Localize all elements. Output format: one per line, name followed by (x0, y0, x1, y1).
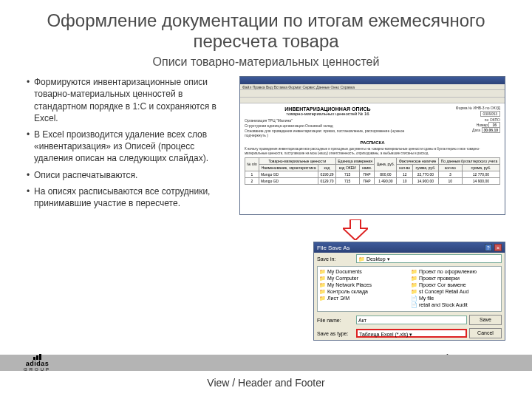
th-code: код (318, 164, 336, 171)
excel-menubar: Файл Правка Вид Вставка Формат Сервис Да… (240, 84, 505, 90)
slide-subtitle: Описи товарно-материальных ценностей (0, 55, 532, 69)
filetype-select[interactable]: Таблица Excel (*.xls) ▾ (356, 329, 467, 338)
th-qty2: кол-во (438, 164, 462, 171)
th-sum: сумма, руб. (413, 164, 439, 171)
list-item[interactable]: My file (411, 296, 499, 301)
bullet-item: Описи распечатываются. (27, 169, 232, 181)
excel-doc-subtitle: товарно-материальных ценностей № 16 (245, 112, 411, 116)
filetype-label: Save as type: (317, 331, 354, 336)
excel-inventory-table: № п/п Товарно-материальные ценности Един… (245, 157, 500, 185)
list-item[interactable]: retail and Stock Audit (411, 302, 499, 308)
excel-okpo-num: 0309053 (480, 111, 500, 117)
table-row: 1 Mongo GD 0190,29 715 ПАР 800,00 12 22,… (245, 171, 500, 177)
cancel-button[interactable]: Cancel (469, 328, 502, 338)
brand-group: GROUP (24, 367, 51, 372)
list-item[interactable]: Проект проверки (411, 276, 499, 282)
excel-receipt-text: К началу проведения инвентаризации все р… (245, 147, 500, 155)
brand-wordmark: adidas (26, 360, 50, 367)
excel-org-line: Организация ТРЦ "Малина" (245, 118, 411, 123)
list-item[interactable]: Проект Сог вымене (411, 282, 499, 288)
bullet-item: Формируются инвентаризационные описи тов… (27, 76, 232, 124)
th-qty: кол-во (397, 164, 413, 171)
th-name: Наименование, характеристика (259, 164, 318, 171)
save-as-titlebar: File Save As ? × (314, 242, 505, 253)
save-as-title: File Save As (317, 245, 349, 251)
excel-form-line: Форма № ИНВ-3 по ОКУД (416, 106, 500, 110)
filename-field[interactable]: Акт (356, 316, 467, 324)
save-button[interactable]: Save (469, 315, 502, 325)
excel-toolbar (240, 90, 505, 98)
th-fact: Фактическое наличие (397, 157, 438, 164)
excel-date-label: Дата (472, 128, 480, 132)
list-item[interactable]: My Documents (319, 269, 408, 275)
filename-label: File name: (317, 318, 354, 323)
help-icon[interactable]: ? (485, 244, 492, 251)
excel-screenshot: Файл Правка Вид Вставка Формат Сервис Да… (239, 76, 505, 215)
bullet-list: Формируются инвентаризационные описи тов… (27, 76, 232, 341)
list-item[interactable]: My Network Places (319, 282, 408, 288)
th-price: Цена, руб. (375, 157, 397, 171)
list-item[interactable]: Лист Э/М (319, 296, 408, 301)
list-item[interactable]: Контроль склада (319, 289, 408, 295)
excel-struct-line: Структурная единица организации Основной… (245, 123, 411, 128)
excel-titlebar (240, 77, 505, 84)
excel-date-val: 30.06.10 (482, 127, 500, 133)
close-icon[interactable]: × (494, 244, 502, 251)
save-as-dialog: File Save As ? × Save in: 📁 Desktop ▾ My… (313, 242, 505, 341)
excel-base-line: Основание для проведения инвентаризации:… (245, 129, 411, 137)
th-ed: Единица измерения (335, 157, 375, 164)
th-num: № п/п (245, 157, 259, 171)
save-as-filelist[interactable]: My Documents My Computer My Network Plac… (317, 266, 502, 312)
th-sum2: сумма, руб. (462, 164, 499, 171)
excel-doc-title: ИНВЕНТАРИЗАЦИОННАЯ ОПИСЬ (245, 106, 411, 112)
th-tmc: Товарно-материальные ценности (259, 157, 335, 164)
list-item[interactable]: st Concept Retail Aud (411, 289, 499, 295)
excel-receipt-title: РАСПИСКА (245, 140, 500, 145)
arrow-down-icon (343, 219, 368, 240)
bullet-item: На описях расписываются все сотрудники, … (27, 185, 232, 209)
savein-label: Save in: (317, 256, 354, 262)
slide-title: Оформление документации по итогам ежемес… (30, 10, 502, 51)
table-row: 2 Mongo GD 0129,70 715 ПАР 1 490,00 10 1… (245, 177, 500, 184)
footer-text: View / Header and Footer (0, 377, 532, 389)
th-code-ok: код ОКЕИ (335, 164, 359, 171)
footer-band: adidas GROUP (0, 355, 532, 371)
bullet-item: В Excel производится удаление всех слов … (27, 129, 232, 165)
excel-toolbar-secondary (240, 98, 505, 103)
savein-select[interactable]: 📁 Desktop ▾ (356, 254, 502, 263)
th-book: По данным бухгалтерского учета (438, 157, 499, 164)
th-ed-name: наим. (359, 164, 375, 171)
adidas-logo: adidas GROUP (24, 354, 51, 372)
excel-okpo-label: по ОКПО (416, 117, 500, 122)
excel-sheet: ИНВЕНТАРИЗАЦИОННАЯ ОПИСЬ товарно-материа… (240, 103, 505, 214)
list-item[interactable]: Проект по оформлению (411, 269, 499, 275)
list-item[interactable]: My Computer (319, 276, 408, 282)
